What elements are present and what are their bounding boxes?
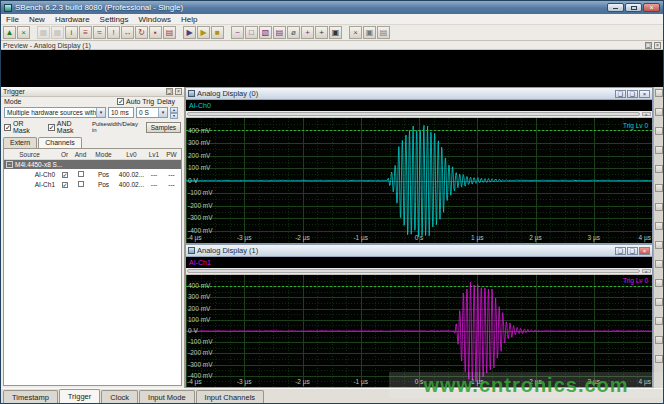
level0-cell[interactable]: 400.02... — [118, 181, 145, 188]
bottom-tab-input-mode[interactable]: Input Mode — [139, 390, 195, 403]
and-checkbox[interactable] — [78, 181, 84, 187]
display1-minimize-button[interactable]: ❑ — [615, 247, 626, 255]
trigger-tab-extern[interactable]: Extern — [3, 137, 37, 148]
auto-trig-time-field[interactable]: 10 ms — [108, 107, 134, 118]
preview-float-button[interactable]: ❑ — [645, 42, 652, 49]
menu-item-new[interactable]: New — [24, 15, 50, 24]
close-window-icon[interactable]: × — [349, 26, 362, 39]
card-trigger-icon[interactable]: ! — [107, 26, 120, 39]
and-checkbox[interactable] — [78, 171, 84, 177]
minimize-button[interactable] — [607, 3, 624, 12]
display0-titlebar[interactable]: Analog Display (0) ❑ ❑ × — [186, 88, 652, 100]
new-image-display-icon[interactable]: ▤ — [273, 26, 286, 39]
menu-item-help[interactable]: Help — [176, 15, 202, 24]
display0-maximize-button[interactable]: ❑ — [627, 90, 638, 98]
mode-cell[interactable]: Pos — [89, 181, 118, 188]
menu-item-file[interactable]: File — [1, 15, 24, 24]
and-mask-checkbox[interactable]: ✓ — [48, 124, 55, 131]
pulsewidth-cell[interactable]: --- — [163, 181, 180, 188]
trigger-panel-titlebar[interactable]: Trigger ❑ × — [1, 87, 184, 97]
side-tool-icon[interactable] — [655, 222, 663, 230]
menu-item-hardware[interactable]: Hardware — [50, 15, 95, 24]
trigger-mode-select[interactable]: Multiple hardware sources with AND/OR ▾ — [4, 107, 106, 118]
side-tool-icon[interactable] — [655, 260, 663, 268]
cascade-windows-icon[interactable]: ▣ — [363, 26, 376, 39]
trigger-close-button[interactable]: × — [175, 88, 182, 95]
new-digital-display-icon[interactable]: □ — [245, 26, 258, 39]
side-tool-icon[interactable] — [655, 89, 663, 97]
new-spectrum-display-icon[interactable]: ▧ — [259, 26, 272, 39]
level1-cell[interactable]: --- — [145, 171, 163, 178]
side-tool-icon[interactable] — [655, 279, 663, 287]
run-single-icon[interactable]: ▶ — [183, 26, 196, 39]
scroll-right-icon[interactable]: ▸ — [642, 112, 651, 116]
card-group-row[interactable]: − M4i.4450-x8 S... — [4, 160, 181, 169]
auto-trig-checkbox[interactable]: ✓ — [117, 98, 124, 105]
side-tool-icon[interactable] — [655, 184, 663, 192]
preview-close-button[interactable]: × — [654, 42, 661, 49]
card-start-icon[interactable]: ▲ — [3, 26, 16, 39]
close-button[interactable]: × — [643, 3, 660, 12]
or-mask-checkbox[interactable]: ✓ — [4, 124, 11, 131]
waveform-plot-1[interactable]: 400 mV300 mV200 mV100 mV0 V-100 mV-200 m… — [186, 275, 652, 387]
side-tool-icon[interactable] — [655, 108, 663, 116]
draw-icon[interactable]: + — [301, 26, 314, 39]
display1-hscrollbar[interactable]: ▸ — [186, 268, 652, 275]
bottom-tab-timestamp[interactable]: Timestamp — [3, 390, 58, 403]
copy-window-icon[interactable]: ▣ — [329, 26, 342, 39]
bottom-tab-input-channels[interactable]: Input Channels — [196, 390, 264, 403]
mode-cell[interactable]: Pos — [89, 171, 118, 178]
card-info-icon[interactable]: i — [65, 26, 78, 39]
preview-canvas[interactable] — [1, 50, 663, 87]
display1-maximize-button[interactable]: ❑ — [627, 247, 638, 255]
card-io-icon[interactable]: ↔ — [121, 26, 134, 39]
card-demo-icon[interactable]: ▦ — [37, 26, 50, 39]
trigger-channel-row[interactable]: AI-Ch1✓Pos400.02...------ — [4, 179, 181, 189]
card-close-icon[interactable]: × — [17, 26, 30, 39]
level1-cell[interactable]: --- — [145, 181, 163, 188]
card-sim-icon[interactable]: ▦ — [51, 26, 64, 39]
side-tool-icon[interactable] — [655, 317, 663, 325]
samples-button[interactable]: Samples — [146, 122, 181, 133]
side-tool-icon[interactable] — [655, 165, 663, 173]
combo-arrow-icon[interactable]: ▾ — [96, 108, 105, 117]
display0-close-button[interactable]: × — [639, 90, 650, 98]
trigger-tab-channels[interactable]: Channels — [38, 137, 82, 148]
or-checkbox[interactable]: ✓ — [62, 172, 68, 178]
waveform-plot-0[interactable]: 400 mV300 mV200 mV100 mV0 V-100 mV-200 m… — [186, 118, 652, 243]
trigger-channel-row[interactable]: AI-Ch0✓Pos400.02...------ — [4, 169, 181, 179]
scrollbar-thumb[interactable] — [187, 112, 640, 116]
scroll-right-icon[interactable]: ▸ — [642, 269, 651, 273]
add-function-icon[interactable]: + — [315, 26, 328, 39]
card-restart-icon[interactable]: ↻ — [135, 26, 148, 39]
pulsewidth-cell[interactable]: --- — [163, 171, 180, 178]
tree-collapse-icon[interactable]: − — [6, 161, 13, 168]
display1-titlebar[interactable]: Analog Display (1) ❑ ❑ × — [186, 245, 652, 257]
or-checkbox[interactable]: ✓ — [62, 182, 68, 188]
maximize-button[interactable] — [625, 3, 642, 12]
preview-header[interactable]: Preview - Analog Display (1) ❑ × — [1, 41, 663, 50]
card-clock-icon[interactable]: ≈ — [93, 26, 106, 39]
delay-spinner[interactable]: ▴ ▾ — [170, 107, 178, 118]
bottom-tab-clock[interactable]: Clock — [101, 390, 138, 403]
side-tool-icon[interactable] — [655, 355, 663, 363]
save-signal-icon[interactable]: ■ — [211, 26, 224, 39]
delay-select[interactable]: 0 S ▾ — [136, 107, 168, 118]
level0-cell[interactable]: 400.02... — [118, 171, 145, 178]
cursor-off-icon[interactable]: ø — [287, 26, 300, 39]
display0-minimize-button[interactable]: ❑ — [615, 90, 626, 98]
menu-item-settings[interactable]: Settings — [95, 15, 134, 24]
side-tool-icon[interactable] — [655, 127, 663, 135]
combo-arrow-icon[interactable]: ▾ — [158, 108, 167, 117]
scrollbar-thumb[interactable] — [187, 269, 640, 273]
card-settings-icon[interactable]: ≡ — [79, 26, 92, 39]
trigger-float-button[interactable]: ❑ — [166, 88, 173, 95]
new-analog-display-icon[interactable]: ~ — [231, 26, 244, 39]
side-tool-icon[interactable] — [655, 146, 663, 154]
card-status-icon[interactable]: ▪ — [149, 26, 162, 39]
display0-hscrollbar[interactable]: ▸ — [186, 111, 652, 118]
side-tool-icon[interactable] — [655, 203, 663, 211]
side-tool-icon[interactable] — [655, 336, 663, 344]
side-tool-icon[interactable] — [655, 241, 663, 249]
run-loop-icon[interactable]: ▶ — [197, 26, 210, 39]
